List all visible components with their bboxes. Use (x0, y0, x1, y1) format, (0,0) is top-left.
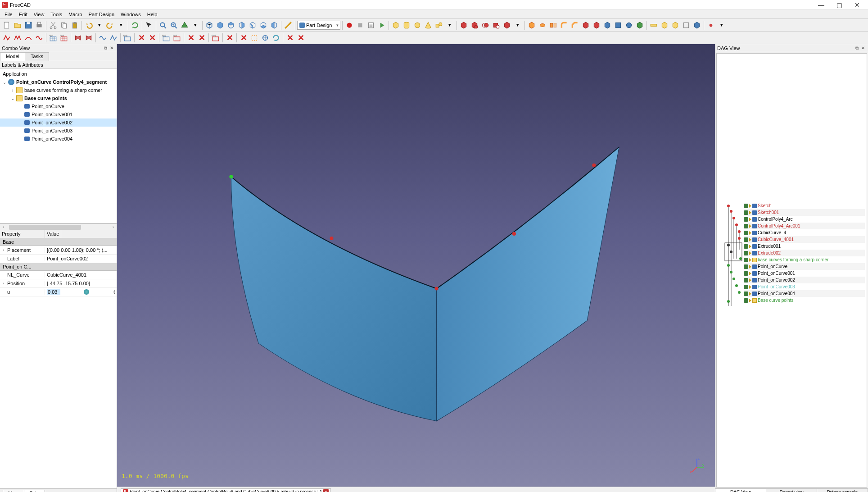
zoom-selection-icon[interactable] (169, 20, 179, 30)
paste-icon[interactable] (70, 20, 80, 30)
refresh2-icon[interactable] (271, 33, 281, 43)
panel-float-icon[interactable]: ⧉ (854, 45, 860, 51)
part-extrude-icon[interactable] (527, 20, 537, 30)
tab-report[interactable]: Report view (766, 489, 817, 492)
poly4-icon[interactable] (13, 33, 23, 43)
part-revolve-icon[interactable] (538, 20, 547, 30)
bool-union-icon[interactable] (470, 20, 479, 30)
dag-item[interactable]: Point_onCurve (744, 263, 865, 270)
undo-icon[interactable] (84, 20, 94, 30)
visibility-icon[interactable] (744, 258, 748, 262)
tab-view[interactable]: View (3, 490, 24, 492)
tree-group-basecurves[interactable]: › base curves forming a sharp corner (0, 86, 117, 94)
dag-item[interactable]: CubicCurve_4 (744, 229, 865, 236)
tab-dag[interactable]: DAG View (715, 489, 766, 492)
grid4x4-2-icon[interactable]: 4x4 (59, 33, 69, 43)
x6-icon[interactable]: ✕ (239, 33, 249, 43)
part-fillet-icon[interactable] (559, 20, 569, 30)
workbench-selector[interactable]: Part Design (297, 21, 340, 30)
x7-icon[interactable]: ✕ (285, 33, 295, 43)
copy-icon[interactable] (59, 20, 69, 30)
grid6x4-2-icon[interactable]: 6x4 (211, 33, 221, 43)
visibility-icon[interactable] (744, 285, 748, 289)
prop-label[interactable]: Label Point_onCurve002 (0, 255, 117, 263)
view-bottom-icon[interactable] (258, 20, 268, 30)
visibility-icon[interactable] (744, 251, 748, 255)
grid6x6-2-icon[interactable]: 6x6 (161, 33, 171, 43)
panel-close-icon[interactable]: ✕ (108, 45, 115, 51)
tree-hscroll[interactable]: ‹ › (0, 223, 117, 230)
prop-nlcurve[interactable]: NL_Curve CubicCurve_4001 (0, 271, 117, 279)
bool-sub-icon[interactable] (491, 20, 501, 30)
document-tab[interactable]: F Point_onCurve ControlPoly4_segment Con… (121, 488, 331, 492)
tree-item-point3[interactable]: Point_onCurve003 (0, 127, 117, 135)
draw-style-dropdown[interactable]: ▾ (190, 20, 200, 30)
whatsthis-icon[interactable] (144, 20, 154, 30)
part-12-icon[interactable] (660, 20, 669, 30)
dag-item[interactable]: Point_onCurve004 (744, 290, 865, 297)
tree-item-point4[interactable]: Point_onCurve004 (0, 135, 117, 143)
tab-tasks[interactable]: Tasks (25, 52, 49, 61)
grid6x4-icon[interactable]: 6x4 (172, 33, 182, 43)
bool-cut-icon[interactable] (459, 20, 469, 30)
visibility-icon[interactable] (744, 204, 748, 208)
bool-5-icon[interactable] (502, 20, 512, 30)
axis-gizmo-icon[interactable]: z y x (688, 456, 706, 474)
poly3-icon[interactable] (2, 33, 12, 43)
appearance-icon[interactable] (706, 20, 716, 30)
window-minimize[interactable]: — (812, 0, 830, 9)
curve2-icon[interactable] (34, 33, 44, 43)
x2-icon[interactable]: ✕ (147, 33, 157, 43)
surf1-icon[interactable] (73, 33, 83, 43)
menu-file[interactable]: File (2, 12, 15, 17)
dag-item[interactable]: ControlPoly4_Arc (744, 216, 865, 223)
part-offset-icon[interactable] (602, 20, 612, 30)
tab-python[interactable]: Python console (817, 489, 868, 492)
prop-placement[interactable]: ›Placement [(0.00 0.00 1.00); 0.00 °; (.… (0, 246, 117, 255)
visibility-icon[interactable] (744, 244, 748, 249)
draw-style-icon[interactable] (180, 20, 190, 30)
view-right-icon[interactable] (237, 20, 247, 30)
prop-u-input[interactable] (47, 289, 60, 295)
menu-view[interactable]: View (31, 12, 47, 17)
tree-item-point2[interactable]: Point_onCurve002 (0, 118, 117, 127)
close-tab-icon[interactable]: ✕ (323, 489, 329, 492)
dag-item[interactable]: Point_onCurve002 (744, 277, 865, 283)
visibility-icon[interactable] (744, 264, 748, 269)
curve-blue-icon[interactable] (98, 33, 108, 43)
part-sphere-icon[interactable] (412, 20, 422, 30)
dag-item[interactable]: Sketch001 (744, 209, 865, 216)
window-close[interactable]: ✕ (848, 0, 866, 9)
open-file-icon[interactable] (13, 20, 23, 30)
visibility-icon[interactable] (744, 298, 748, 303)
panel-float-icon[interactable]: ⧉ (102, 45, 108, 51)
view-iso-icon[interactable] (204, 20, 214, 30)
view-left-icon[interactable] (269, 20, 279, 30)
tree-doc-root[interactable]: ⌄ Point_onCurve ControlPoly4_segment (0, 78, 117, 86)
part-13-icon[interactable] (670, 20, 680, 30)
zoom-fit-icon[interactable] (158, 20, 168, 30)
tree-item-point1[interactable]: Point_onCurve001 (0, 110, 117, 118)
save-file-icon[interactable] (23, 20, 33, 30)
dag-item[interactable]: Point_onCurve003 (744, 283, 865, 290)
macro-stop-icon[interactable] (355, 20, 365, 30)
undo-dropdown[interactable]: ▾ (95, 20, 104, 30)
view-top-icon[interactable] (226, 20, 236, 30)
expression-icon[interactable] (84, 289, 89, 295)
cut-icon[interactable] (48, 20, 58, 30)
refresh-icon[interactable] (130, 20, 140, 30)
tab-data[interactable]: Data (24, 490, 45, 492)
visibility-icon[interactable] (744, 224, 748, 228)
x1-icon[interactable]: ✕ (136, 33, 146, 43)
select-icon[interactable] (249, 33, 259, 43)
poly-blue-icon[interactable] (108, 33, 118, 43)
dag-item[interactable]: ControlPoly4_Arc001 (744, 223, 865, 229)
grid6x6-icon[interactable]: 6x6 (122, 33, 132, 43)
menu-windows[interactable]: Windows (118, 12, 144, 17)
appearance-dd[interactable]: ▾ (717, 20, 727, 30)
tab-model[interactable]: Model (0, 52, 25, 61)
redo-dropdown[interactable]: ▾ (116, 20, 126, 30)
part-ruled-icon[interactable] (649, 20, 659, 30)
visibility-icon[interactable] (744, 217, 748, 222)
part-loft-icon[interactable] (581, 20, 591, 30)
